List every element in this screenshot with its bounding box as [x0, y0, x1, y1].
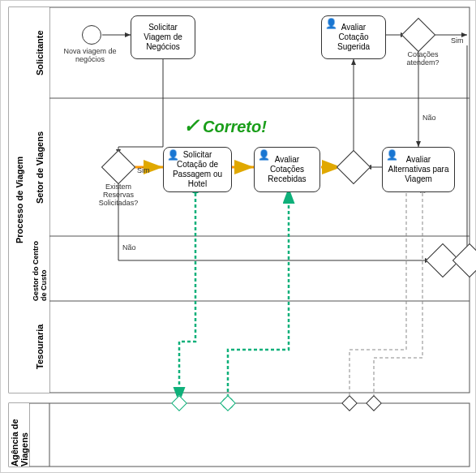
user-icon: 👤 [167, 149, 179, 161]
callout-correto: ✓Correto! [183, 114, 267, 137]
user-icon: 👤 [386, 149, 398, 161]
label-sim-g2: Sim [137, 167, 150, 175]
label-nao-g2: Não [122, 244, 136, 252]
start-event-nova-viagem[interactable] [82, 25, 101, 45]
lane-tesouraria: Tesouraria [29, 301, 49, 393]
check-icon: ✓ [183, 114, 199, 136]
gateway-existem-reservas-label: Existem Reservas Solicitadas? [94, 183, 143, 208]
gateway-cotacoes-atendem-label: Cotações atendem? [401, 51, 445, 67]
lane-gestor-centro-custo: Gestor do Centro de Custo [29, 236, 49, 301]
lane-setor-viagens: Setor de Viagens [29, 98, 49, 236]
task-avaliar-cotacoes-recebidas[interactable]: 👤 Avaliar Cotações Recebidas [254, 147, 320, 192]
diagram-canvas: Processo de Viagem Solicitante Setor de … [0, 0, 476, 473]
task-solicitar-cotacao[interactable]: 👤 Solicitar Cotação de Passagem ou Hotel [163, 147, 232, 192]
user-icon: 👤 [325, 18, 337, 29]
task-solicitar-viagem[interactable]: Solicitar Viagem de Negócios [131, 15, 195, 59]
task-avaliar-cotacao-sugerida[interactable]: 👤 Avaliar Cotação Sugerida [321, 15, 386, 59]
pool-agencia-viagens: Agência de Viagens [9, 403, 29, 467]
label-sim-g1: Sim [451, 37, 464, 45]
callout-text: Correto! [203, 118, 267, 135]
label-nao-g1: Não [422, 114, 436, 123]
connectors-layer [1, 1, 476, 473]
start-event-label: Nova viagem de negócios [58, 48, 122, 64]
svg-rect-8 [9, 403, 470, 467]
task-label: Solicitar Viagem de Negócios [135, 23, 191, 52]
task-avaliar-alternativas[interactable]: 👤 Avaliar Alternativas para Viagem [382, 147, 455, 192]
lane-solicitante: Solicitante [29, 7, 49, 98]
user-icon: 👤 [258, 149, 270, 161]
pool-processo-viagem: Processo de Viagem [9, 7, 29, 393]
